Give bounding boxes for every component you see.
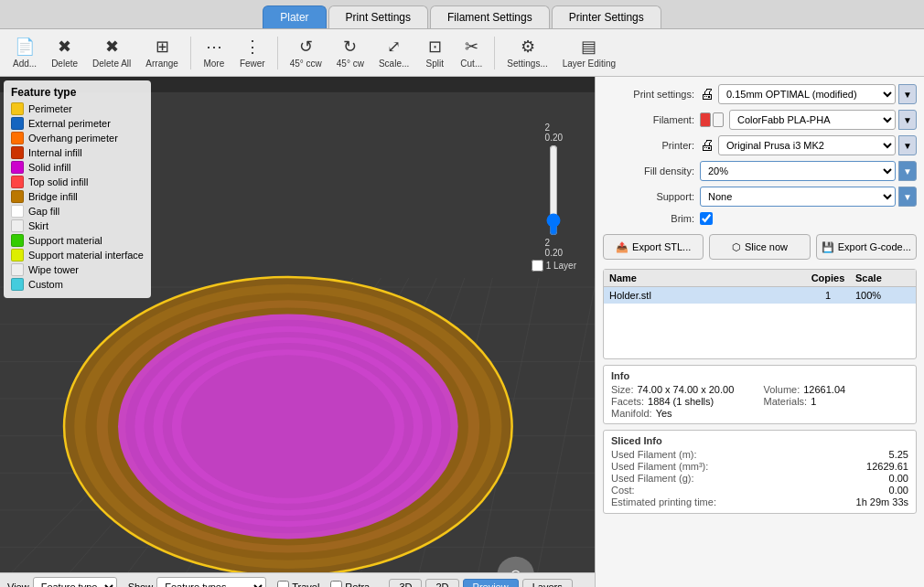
sliced-info-section: Sliced Info Used Filament (m):5.25Used F…: [603, 430, 917, 514]
show-label: Show: [128, 582, 154, 588]
brim-checkbox[interactable]: [700, 212, 713, 225]
add-button[interactable]: 📄 Add...: [7, 33, 42, 72]
fill-density-select[interactable]: 20%: [700, 161, 896, 181]
delete-all-button[interactable]: ✖ Delete All: [87, 33, 136, 72]
filament-value-container: ColorFabb PLA-PHA ▼: [700, 110, 917, 130]
support-dropdown[interactable]: ▼: [898, 187, 917, 207]
filament-select[interactable]: ColorFabb PLA-PHA: [729, 110, 896, 130]
arrange-button[interactable]: ⊞ Arrange: [140, 33, 184, 72]
info-facets-row: Facets: 1884 (1 shells): [611, 396, 757, 407]
legend-item-label: Custom: [28, 279, 63, 290]
legend-item: Skirt: [11, 219, 144, 232]
view-preview-button[interactable]: Preview: [463, 579, 519, 588]
travel-checkbox[interactable]: [277, 581, 289, 587]
filament-dropdown[interactable]: ▼: [898, 110, 917, 130]
sliced-val: 12629.61: [866, 461, 908, 472]
export-gcode-icon: 💾: [822, 241, 834, 253]
sliced-info-row: Used Filament (g):0.00: [611, 473, 908, 484]
add-icon: 📄: [15, 37, 35, 57]
legend-color-swatch: [11, 132, 24, 144]
brim-value-container: [700, 212, 917, 225]
nav-tabs: Plater Print Settings Filament Settings …: [0, 0, 924, 29]
print-settings-dropdown[interactable]: ▼: [898, 84, 917, 104]
legend-title: Feature type: [11, 86, 144, 99]
facets-key: Facets:: [611, 396, 644, 407]
main-area: ⊙ Feature type PerimeterExternal perimet…: [0, 77, 924, 587]
travel-checkbox-group: Travel: [277, 581, 319, 587]
fewer-button[interactable]: ⋮ Fewer: [234, 33, 271, 72]
more-button[interactable]: ⋯ More: [198, 33, 231, 72]
tab-printer-settings[interactable]: Printer Settings: [552, 5, 661, 28]
print-settings-select[interactable]: 0.15mm OPTIMAL (modified): [718, 84, 896, 104]
legend-color-swatch: [11, 263, 24, 276]
table-row[interactable]: Holder.stl 1 100%: [604, 287, 916, 304]
export-gcode-button[interactable]: 💾 Export G-code...: [816, 234, 917, 260]
layer-editing-button[interactable]: ▤ Layer Editing: [557, 33, 621, 72]
filament-color-red: [700, 112, 711, 127]
view-layers-button[interactable]: Layers: [522, 579, 573, 588]
sliced-info-row: Estimated printing time:1h 29m 33s: [611, 496, 908, 507]
slice-now-button[interactable]: ⬡ Slice now: [709, 234, 810, 260]
rotate-cw-button[interactable]: ↻ 45° cw: [331, 33, 370, 72]
rotate-ccw-icon: ↺: [299, 37, 313, 57]
split-button[interactable]: ⊡ Split: [418, 33, 451, 72]
tab-filament-settings[interactable]: Filament Settings: [430, 5, 550, 28]
legend-color-swatch: [11, 146, 24, 159]
legend-item-label: Support material interface: [28, 250, 144, 261]
sliced-info-row: Used Filament (mm³):12629.61: [611, 461, 908, 472]
sliced-val: 5.25: [889, 449, 908, 460]
legend-item-label: Overhang perimeter: [28, 133, 118, 144]
show-select[interactable]: Feature types: [156, 577, 266, 588]
brim-row: Brim:: [603, 212, 917, 225]
filament-colors: [700, 112, 724, 127]
retract-checkbox[interactable]: [330, 581, 342, 587]
layer-editing-icon: ▤: [581, 37, 596, 57]
svg-point-33: [181, 355, 395, 497]
legend-item-label: Bridge infill: [28, 191, 78, 202]
legend-item-label: Skirt: [28, 220, 48, 231]
fill-density-dropdown[interactable]: ▼: [898, 161, 917, 181]
view-2d-button[interactable]: 2D: [425, 579, 458, 588]
tab-plater[interactable]: Plater: [263, 5, 326, 28]
files-table: Name Copies Scale Holder.stl 1 100%: [603, 269, 917, 359]
size-key: Size:: [611, 384, 633, 395]
legend-item: Support material: [11, 234, 144, 247]
sliced-val: 0.00: [889, 485, 908, 496]
legend-color-swatch: [11, 234, 24, 247]
file-scale: 100%: [855, 290, 910, 301]
legend-item: Custom: [11, 278, 144, 291]
feature-legend: Feature type PerimeterExternal perimeter…: [4, 80, 151, 298]
legend-item: Support material interface: [11, 249, 144, 261]
legend-item: Perimeter: [11, 102, 144, 115]
view-select[interactable]: Feature type: [33, 577, 117, 588]
legend-item: Gap fill: [11, 205, 144, 218]
delete-button[interactable]: ✖ Delete: [46, 33, 83, 72]
info-manifold-row: Manifold: Yes: [611, 408, 757, 419]
tab-print-settings[interactable]: Print Settings: [328, 5, 428, 28]
layer-range-slider[interactable]: [546, 144, 561, 236]
filament-color-white: [713, 112, 724, 127]
scale-button[interactable]: ⤢ Scale...: [373, 33, 414, 72]
layer-checkbox[interactable]: [532, 260, 543, 272]
printer-icon: 🖨: [700, 137, 714, 154]
view-label: View: [7, 582, 29, 588]
printer-dropdown[interactable]: ▼: [898, 135, 917, 155]
legend-color-swatch: [11, 219, 24, 232]
view-3d-button[interactable]: 3D: [389, 579, 422, 588]
print-settings-value-container: 🖨 0.15mm OPTIMAL (modified) ▼: [700, 84, 917, 104]
support-select[interactable]: None: [700, 187, 896, 207]
rotate-ccw-button[interactable]: ↺ 45° ccw: [285, 33, 328, 72]
sliced-rows: Used Filament (m):5.25Used Filament (mm³…: [611, 449, 908, 507]
legend-item: Internal infill: [11, 146, 144, 159]
col-copies-header: Copies: [800, 272, 855, 283]
legend-color-swatch: [11, 278, 24, 291]
bottom-controls: View Feature type Show Feature types Tra…: [0, 572, 595, 587]
action-buttons: 📤 Export STL... ⬡ Slice now 💾 Export G-c…: [603, 230, 917, 263]
settings-button[interactable]: ⚙ Settings...: [501, 33, 553, 72]
cut-button[interactable]: ✂ Cut...: [455, 33, 488, 72]
layer-slider-bottom: 2 0.20: [545, 238, 563, 258]
printer-select[interactable]: Original Prusa i3 MK2: [718, 135, 896, 155]
split-icon: ⊡: [428, 37, 442, 57]
export-stl-button[interactable]: 📤 Export STL...: [603, 234, 704, 260]
materials-key: Materials:: [764, 396, 808, 407]
